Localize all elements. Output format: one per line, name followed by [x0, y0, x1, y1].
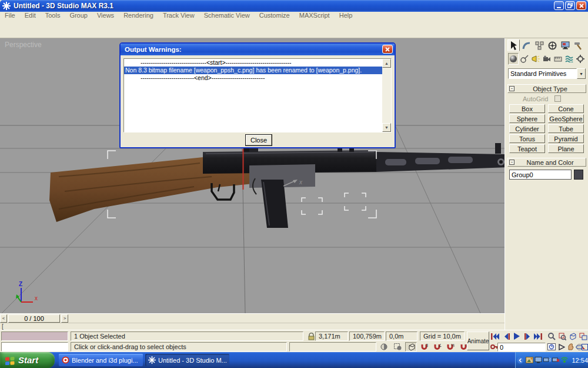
- spacewarps-icon: [565, 55, 573, 62]
- menu-item-rendering[interactable]: Rendering: [119, 12, 158, 19]
- menu-item-trackview[interactable]: Track View: [158, 12, 199, 19]
- time-slider-handle[interactable]: 0 / 100: [8, 314, 60, 323]
- menu-item-file[interactable]: File: [0, 12, 20, 19]
- selection-filter-button[interactable]: [557, 342, 566, 352]
- category-spacewarps[interactable]: [564, 53, 574, 65]
- time-prev-button[interactable]: <: [0, 314, 7, 323]
- goto-end-button[interactable]: [532, 331, 544, 341]
- primitive-cylinder-button[interactable]: Cylinder: [509, 124, 545, 133]
- zoom-all-button[interactable]: [556, 331, 568, 341]
- dialog-titlebar[interactable]: Output Warnings:: [121, 44, 395, 55]
- menu-item-edit[interactable]: Edit: [20, 12, 41, 19]
- viewport-label[interactable]: Perspective: [5, 41, 42, 49]
- primitive-cone-button[interactable]: Cone: [548, 104, 584, 113]
- object-name-input[interactable]: [509, 170, 572, 180]
- tray-chevron-icon[interactable]: [516, 356, 524, 364]
- menu-item-maxscript[interactable]: MAXScript: [295, 12, 335, 19]
- prev-frame-icon: [503, 333, 510, 340]
- minimize-button[interactable]: [554, 1, 564, 10]
- time-configuration-button[interactable]: [547, 342, 556, 352]
- object-type-rollout-header[interactable]: - Object Type: [507, 84, 586, 93]
- listbox-scrollbar[interactable]: ▲ ▼: [382, 59, 391, 132]
- time-next-button[interactable]: >: [61, 314, 68, 323]
- zoom-button[interactable]: [546, 331, 557, 341]
- primitives-category-value: Standard Primitives: [508, 68, 577, 79]
- tab-utilities[interactable]: [572, 39, 584, 51]
- tray-image-icon[interactable]: [525, 356, 533, 364]
- menu-item-schematicview[interactable]: Schematic View: [199, 12, 255, 19]
- primitive-teapot-button[interactable]: Teapot: [509, 144, 545, 153]
- object-color-swatch[interactable]: [574, 170, 583, 180]
- snap-3d-magnet-icon[interactable]: 3: [419, 342, 430, 352]
- primitive-tube-button[interactable]: Tube: [548, 124, 584, 133]
- name-color-rollout-header[interactable]: - Name and Color: [507, 158, 586, 167]
- tray-network-icon[interactable]: [543, 356, 551, 364]
- tray-display-icon[interactable]: [534, 356, 542, 364]
- opera-icon: [61, 356, 69, 364]
- scroll-up-icon[interactable]: ▲: [382, 59, 391, 68]
- category-shapes[interactable]: [519, 53, 530, 65]
- primitive-box-button[interactable]: Box: [509, 104, 545, 113]
- angle-snap-magnet-icon[interactable]: ∠: [432, 342, 443, 352]
- goto-start-button[interactable]: [489, 331, 501, 341]
- percent-snap-magnet-icon[interactable]: %: [445, 342, 456, 352]
- tab-display[interactable]: [559, 39, 572, 51]
- category-cameras[interactable]: [542, 53, 552, 65]
- tab-modify[interactable]: [520, 39, 533, 51]
- collapse-icon: -: [509, 86, 514, 91]
- maxscript-mini-listener-pink[interactable]: [1, 331, 68, 341]
- coord-z-readout: 0,0m: [386, 331, 417, 341]
- category-systems[interactable]: [575, 53, 586, 65]
- app-icon[interactable]: [2, 1, 11, 11]
- dropdown-arrow-icon[interactable]: ▼: [577, 68, 586, 79]
- zoom-extents-button[interactable]: [567, 331, 579, 341]
- grid-size-readout: Grid = 10,0m: [420, 331, 465, 341]
- dialog-title: Output Warnings:: [125, 46, 182, 53]
- tab-hierarchy[interactable]: [533, 39, 546, 51]
- tray-wireless-icon[interactable]: [560, 356, 569, 364]
- menu-item-views[interactable]: Views: [92, 12, 119, 19]
- crossing-selection-icon[interactable]: [392, 342, 403, 352]
- menu-item-group[interactable]: Group: [65, 12, 92, 19]
- primitive-torus-button[interactable]: Torus: [509, 134, 545, 143]
- prev-frame-button[interactable]: [500, 331, 512, 341]
- restore-button[interactable]: [565, 1, 575, 10]
- utilities-hammer-icon: [574, 41, 583, 50]
- category-geometry[interactable]: [508, 53, 519, 65]
- primitive-sphere-button[interactable]: Sphere: [509, 114, 545, 123]
- zoom-extents-all-button[interactable]: [577, 331, 588, 341]
- primitive-pyramid-button[interactable]: Pyramid: [548, 134, 584, 143]
- dialog-close-icon[interactable]: [382, 45, 393, 54]
- primitives-category-combo[interactable]: Standard Primitives▼: [508, 68, 586, 79]
- tray-network-error-icon[interactable]: [552, 356, 560, 364]
- pan-view-button[interactable]: [566, 342, 574, 352]
- close-button[interactable]: [576, 1, 586, 10]
- tab-motion[interactable]: [546, 39, 559, 51]
- degradation-override-icon[interactable]: [378, 342, 390, 352]
- dialog-close-button[interactable]: Close: [245, 134, 272, 146]
- warning-line-start[interactable]: --------------------------------<start>-…: [124, 59, 391, 67]
- category-helpers[interactable]: [553, 53, 563, 65]
- menu-item-help[interactable]: Help: [335, 12, 358, 19]
- snap-toggle-3d-icon[interactable]: [405, 342, 417, 352]
- warnings-listbox[interactable]: --------------------------------<start>-…: [123, 58, 392, 132]
- next-frame-button[interactable]: [522, 331, 533, 341]
- primitive-geosphere-button[interactable]: GeoSphere: [548, 114, 584, 123]
- task-button-blender[interactable]: Blender and i3d plugi...: [59, 354, 143, 366]
- scroll-down-icon[interactable]: ▼: [382, 123, 391, 132]
- menu-item-tools[interactable]: Tools: [41, 12, 65, 19]
- menu-item-customize[interactable]: Customize: [255, 12, 295, 19]
- minmax-toggle-button[interactable]: [581, 342, 588, 352]
- current-frame-field[interactable]: [497, 343, 546, 352]
- category-lights[interactable]: [530, 53, 541, 65]
- play-button[interactable]: [511, 331, 523, 341]
- start-button[interactable]: Start: [0, 352, 55, 368]
- warning-line-end[interactable]: --------------------------<end>---------…: [124, 74, 391, 82]
- task-button-3dsmax[interactable]: Untitled - 3D Studio M...: [145, 354, 229, 366]
- primitive-plane-button[interactable]: Plane: [548, 144, 584, 153]
- track-bar[interactable]: [: [0, 323, 505, 330]
- animate-button[interactable]: Animate: [467, 331, 489, 350]
- tab-create[interactable]: [507, 39, 520, 51]
- warning-line-selected[interactable]: Non 8.3 bitmap filename [weapon_ppsh_c.p…: [124, 67, 391, 74]
- maxscript-mini-listener-white[interactable]: [1, 342, 68, 352]
